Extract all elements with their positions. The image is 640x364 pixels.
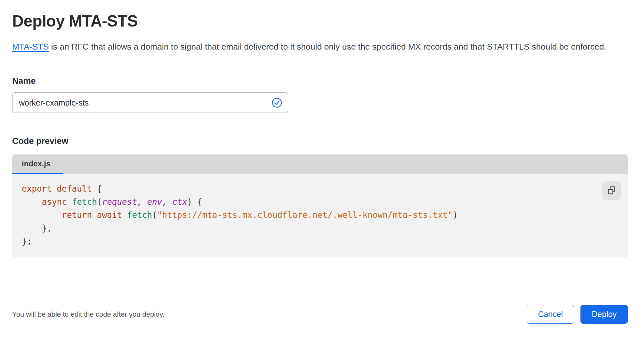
name-input[interactable] [12, 92, 288, 113]
copy-icon [607, 186, 616, 196]
tab-index-js[interactable]: index.js [12, 154, 63, 174]
cancel-button[interactable]: Cancel [527, 305, 574, 324]
deploy-mta-sts-page: Deploy MTA-STS MTA-STS is an RFC that al… [0, 0, 640, 324]
code-line: }, [22, 222, 628, 235]
code-line: return await fetch("https://mta-sts.mx.c… [22, 209, 628, 222]
description: MTA-STS is an RFC that allows a domain t… [12, 40, 614, 54]
mta-sts-link[interactable]: MTA-STS [12, 42, 49, 51]
footer: You will be able to edit the code after … [12, 305, 628, 324]
code-tab-bar: index.js [12, 154, 628, 174]
name-label: Name [12, 76, 628, 86]
footer-actions: Cancel Deploy [527, 305, 628, 324]
code-lines: export default { async fetch(request, en… [12, 182, 628, 248]
description-text: is an RFC that allows a domain to signal… [49, 42, 606, 51]
copy-code-button[interactable] [602, 181, 621, 200]
code-line: async fetch(request, env, ctx) { [22, 195, 628, 209]
code-line: export default { [22, 182, 628, 195]
deploy-button[interactable]: Deploy [580, 305, 628, 324]
code-preview-block: index.js export default { async fetch(re… [12, 154, 628, 257]
check-circle-icon [271, 97, 282, 108]
code-preview-label: Code preview [12, 136, 628, 146]
code-editor: export default { async fetch(request, en… [12, 174, 628, 257]
name-input-wrap [12, 92, 288, 113]
page-title: Deploy MTA-STS [12, 12, 628, 31]
footer-note: You will be able to edit the code after … [12, 310, 165, 319]
footer-divider [12, 295, 628, 295]
code-line: }; [22, 235, 628, 248]
